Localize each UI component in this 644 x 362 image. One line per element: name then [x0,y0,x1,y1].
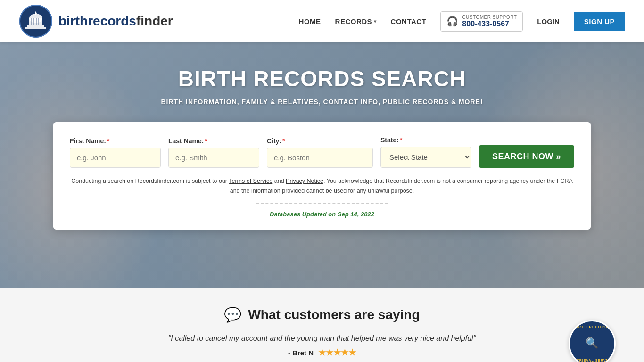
retrieval-badge: BIRTH RECORDS 🔍 RETRIEVAL SERVICE [569,320,616,362]
city-input[interactable] [267,148,373,168]
hero-subtitle: BIRTH INFORMATION, FAMILY & RELATIVES, C… [161,98,483,106]
state-select[interactable]: Select StateAlabamaAlaskaArizonaArkansas… [380,147,471,168]
logo-text: birthrecordsfinder [58,14,173,29]
first-name-input[interactable] [70,148,161,168]
svg-rect-9 [33,18,34,25]
headset-icon: 🎧 [446,16,458,27]
badge-arc-bottom: RETRIEVAL SERVICE [571,359,613,362]
svg-rect-4 [27,25,44,27]
support-number: 800-433-0567 [462,20,517,28]
header: birthrecordsfinder HOME RECORDS ▾ CONTAC… [0,0,644,42]
state-label-text: State: [380,136,399,144]
last-name-label: Last Name:* [168,137,259,145]
hero-title: BIRTH RECORDS SEARCH [178,66,466,91]
required-star-city: * [282,137,285,145]
search-button[interactable]: SEARCH NOW » [479,145,574,168]
badge-icon: 🔍 [586,337,599,349]
customers-title-text: What customers are saying [248,307,420,322]
testimonial-quote: "I called to cancel my account and the y… [9,334,635,343]
first-name-group: First Name:* [70,137,161,168]
state-group: State:* Select StateAlabamaAlaskaArizona… [380,136,471,168]
db-updated-date: Sep 14, 2022 [338,211,374,218]
logo-text-bold: finder [136,14,173,28]
required-star-state: * [400,136,402,144]
chevron-down-icon: ▾ [374,19,377,24]
logo-text-normal: birthrecords [58,14,136,28]
db-updated-label: Databases Updated on [270,211,336,218]
svg-rect-8 [31,18,32,25]
first-name-label: First Name:* [70,137,161,145]
search-fields: First Name:* Last Name:* City:* State:* [70,136,574,168]
privacy-link[interactable]: Privacy Notice [286,178,323,184]
required-star-lname: * [205,137,207,145]
support-label: CUSTOMER SUPPORT [462,15,517,20]
required-star-fname: * [107,137,109,145]
db-updated: Databases Updated on Sep 14, 2022 [70,211,574,218]
logo-icon [19,4,53,38]
logo[interactable]: birthrecordsfinder [19,4,173,38]
stars: ★★★★★ [318,347,356,358]
disclaimer-text: Conducting a search on Recordsfinder.com… [70,176,574,197]
nav-records[interactable]: RECORDS ▾ [335,17,377,25]
last-name-group: Last Name:* [168,137,259,168]
signup-button[interactable]: SIGN UP [574,12,625,31]
svg-rect-5 [25,27,46,29]
login-button[interactable]: LOGIN [537,17,560,25]
first-name-label-text: First Name: [70,137,106,145]
customers-section: 💬 What customers are saying "I called to… [0,288,644,362]
author-name: - Bret N [288,349,314,357]
svg-rect-10 [36,18,37,25]
search-card: First Name:* Last Name:* City:* State:* [53,122,591,230]
city-group: City:* [267,137,373,168]
support-text: CUSTOMER SUPPORT 800-433-0567 [462,15,517,28]
city-label: City:* [267,137,373,145]
divider [256,203,388,204]
chat-icon: 💬 [224,306,241,323]
state-label: State:* [380,136,471,144]
badge-inner: BIRTH RECORDS 🔍 RETRIEVAL SERVICE [570,321,614,362]
svg-rect-11 [38,18,39,25]
last-name-input[interactable] [168,148,259,168]
main-nav: HOME RECORDS ▾ CONTACT 🎧 CUSTOMER SUPPOR… [299,11,625,32]
customers-title: 💬 What customers are saying [9,306,635,323]
hero-section: BIRTH RECORDS SEARCH BIRTH INFORMATION, … [0,42,644,288]
testimonial-author: - Bret N ★★★★★ [9,347,635,358]
terms-link[interactable]: Terms of Service [229,178,272,184]
nav-contact[interactable]: CONTACT [391,17,427,25]
last-name-label-text: Last Name: [168,137,204,145]
nav-records-label: RECORDS [335,17,372,25]
city-label-text: City: [267,137,281,145]
badge-arc-top: BIRTH RECORDS [574,325,611,329]
support-box: 🎧 CUSTOMER SUPPORT 800-433-0567 [440,11,523,32]
nav-home[interactable]: HOME [299,17,321,25]
